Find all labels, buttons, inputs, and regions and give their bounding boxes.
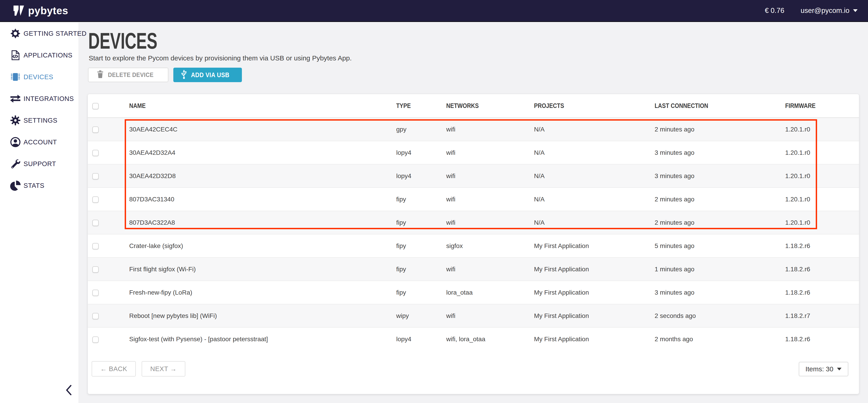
sidebar-item-applications[interactable]: APPLICATIONS <box>0 44 79 66</box>
table-row[interactable]: Crater-lake (sigfox)fipysigfoxMy First A… <box>88 234 859 257</box>
networks-cell: wifi <box>437 304 525 328</box>
type-cell: fipy <box>387 188 437 211</box>
projects-cell: My First Application <box>525 281 646 304</box>
table-row[interactable]: 30AEA42D32A4lopy4wifiN/A3 minutes ago1.2… <box>88 141 859 164</box>
table-row[interactable]: Reboot [new pybytes lib] (WiFi)wipywifiM… <box>88 304 859 328</box>
table-row[interactable]: 30AEA42CEC4CgpywifiN/A2 minutes ago1.20.… <box>88 118 859 141</box>
header-checkbox-cell <box>88 94 120 118</box>
row-checkbox-cell <box>88 281 120 304</box>
type-cell: gpy <box>387 118 437 141</box>
type-cell: fipy <box>387 281 437 304</box>
add-via-usb-button[interactable]: ADD VIA USB <box>173 68 242 82</box>
device-table-body: 30AEA42CEC4CgpywifiN/A2 minutes ago1.20.… <box>88 118 859 351</box>
device-name-cell: 807D3AC31340 <box>120 188 387 211</box>
wrench-icon <box>10 158 21 169</box>
row-checkbox[interactable] <box>92 313 99 319</box>
row-checkbox[interactable] <box>92 150 99 156</box>
chevron-down-icon <box>853 9 858 12</box>
row-checkbox[interactable] <box>92 220 99 226</box>
firmware-cell: 1.20.1.r0 <box>776 164 859 188</box>
sidebar-collapse-button[interactable] <box>63 384 75 397</box>
user-menu[interactable]: user@pycom.io <box>801 6 858 15</box>
delete-device-label: DELETE DEVICE <box>108 71 154 79</box>
page-subtitle: Start to explore the Pycom devices by pr… <box>89 54 352 62</box>
type-cell: lopy4 <box>387 328 437 351</box>
row-checkbox[interactable] <box>92 126 99 133</box>
sidebar-item-integrations[interactable]: INTEGRATIONS <box>0 88 79 110</box>
toolbar: DELETE DEVICE ADD VIA USB <box>88 68 242 82</box>
firmware-cell: 1.20.1.r0 <box>776 211 859 234</box>
table-row[interactable]: Sigfox-test (with Pysense) - [pastoor pe… <box>88 328 859 351</box>
last-connection-cell: 2 minutes ago <box>646 188 776 211</box>
sidebar: GETTING STARTED APPLICATIONS <box>0 23 79 403</box>
projects-cell: My First Application <box>525 257 646 281</box>
table-row[interactable]: 30AEA42D32D8lopy4wifiN/A3 minutes ago1.2… <box>88 164 859 188</box>
sidebar-item-label: SUPPORT <box>24 160 56 168</box>
networks-cell: sigfox <box>437 234 525 257</box>
type-cell: fipy <box>387 257 437 281</box>
row-checkbox-cell <box>88 257 120 281</box>
last-connection-cell: 3 minutes ago <box>646 141 776 164</box>
row-checkbox[interactable] <box>92 196 99 203</box>
add-via-usb-label: ADD VIA USB <box>191 71 229 79</box>
sidebar-item-label: DEVICES <box>24 73 53 81</box>
sidebar-item-settings[interactable]: SETTINGS <box>0 110 79 131</box>
row-checkbox[interactable] <box>92 290 99 296</box>
code-document-icon <box>10 50 21 61</box>
device-name-cell: First flight sigfox (Wi-Fi) <box>120 257 387 281</box>
table-row[interactable]: First flight sigfox (Wi-Fi)fipywifiMy Fi… <box>88 257 859 281</box>
last-connection-cell: 5 minutes ago <box>646 234 776 257</box>
row-checkbox-cell <box>88 328 120 351</box>
device-name-cell: Fresh-new-fipy (LoRa) <box>120 281 387 304</box>
items-per-page-label: Items: 30 <box>806 365 833 373</box>
delete-device-button[interactable]: DELETE DEVICE <box>88 68 168 82</box>
projects-cell: My First Application <box>525 304 646 328</box>
networks-cell: wifi <box>437 164 525 188</box>
row-checkbox-cell <box>88 164 120 188</box>
column-header-networks: NETWORKS <box>437 94 525 118</box>
device-name-cell: 30AEA42D32A4 <box>120 141 387 164</box>
user-email: user@pycom.io <box>801 6 849 15</box>
last-connection-cell: 1 minutes ago <box>646 257 776 281</box>
items-per-page-dropdown[interactable]: Items: 30 <box>799 362 848 376</box>
devices-table-card: NAME TYPE NETWORKS PROJECTS LAST CONNECT… <box>88 94 859 394</box>
row-checkbox[interactable] <box>92 337 99 343</box>
sidebar-item-label: APPLICATIONS <box>24 52 72 59</box>
table-row[interactable]: 807D3AC322A8fipywifiN/A2 minutes ago1.20… <box>88 211 859 234</box>
back-button[interactable]: ← BACK <box>92 361 136 376</box>
user-circle-icon <box>10 137 21 148</box>
table-row[interactable]: Fresh-new-fipy (LoRa)fipylora_otaaMy Fir… <box>88 281 859 304</box>
table-row[interactable]: 807D3AC31340fipywifiN/A2 minutes ago1.20… <box>88 188 859 211</box>
sidebar-item-account[interactable]: ACCOUNT <box>0 131 79 153</box>
sidebar-item-getting-started[interactable]: GETTING STARTED <box>0 23 79 44</box>
sidebar-item-support[interactable]: SUPPORT <box>0 153 79 175</box>
account-balance: € 0.76 <box>765 6 784 15</box>
row-checkbox-cell <box>88 141 120 164</box>
sidebar-item-stats[interactable]: STATS <box>0 175 79 196</box>
firmware-cell: 1.18.2.r7 <box>776 304 859 328</box>
row-checkbox[interactable] <box>92 173 99 180</box>
firmware-cell: 1.18.2.r6 <box>776 281 859 304</box>
gear-icon <box>10 115 21 126</box>
device-name-cell: 30AEA42D32D8 <box>120 164 387 188</box>
pagination: ← BACK NEXT → <box>92 361 185 376</box>
last-connection-cell: 2 minutes ago <box>646 118 776 141</box>
firmware-cell: 1.18.2.r6 <box>776 328 859 351</box>
row-checkbox[interactable] <box>92 243 99 249</box>
row-checkbox-cell <box>88 118 120 141</box>
networks-cell: wifi, lora_otaa <box>437 328 525 351</box>
networks-cell: wifi <box>437 188 525 211</box>
row-checkbox-cell <box>88 304 120 328</box>
trash-icon <box>97 70 104 80</box>
last-connection-cell: 3 minutes ago <box>646 164 776 188</box>
row-checkbox-cell <box>88 211 120 234</box>
next-button[interactable]: NEXT → <box>142 361 185 376</box>
last-connection-cell: 2 months ago <box>646 328 776 351</box>
select-all-checkbox[interactable] <box>92 103 99 109</box>
sunburst-icon <box>10 28 21 39</box>
page-title: DEVICES <box>88 29 157 52</box>
sidebar-item-devices[interactable]: DEVICES <box>0 66 79 88</box>
row-checkbox[interactable] <box>92 266 99 273</box>
networks-cell: wifi <box>437 211 525 234</box>
projects-cell: N/A <box>525 141 646 164</box>
